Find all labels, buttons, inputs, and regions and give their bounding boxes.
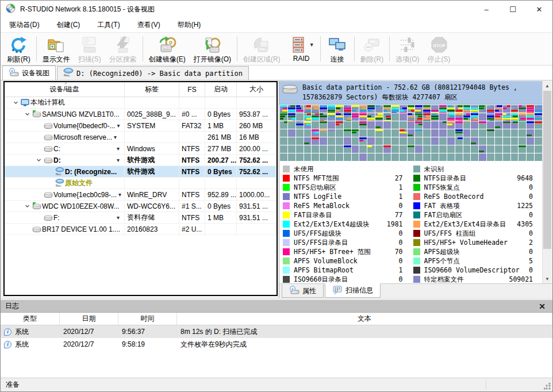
scroll-down-icon[interactable]: ▼ (543, 274, 552, 283)
refresh-button[interactable]: 刷新(R) (3, 34, 34, 65)
device-dropdown-icon[interactable]: ▾ (117, 145, 120, 152)
scan-map-cell (495, 129, 502, 137)
menu-item-3[interactable]: 查看(V) (129, 18, 169, 33)
legend-item-left-3: NTFS LogFile1 (283, 192, 411, 201)
log-column-header-1[interactable]: 日期 (60, 313, 118, 325)
device-label-cell: WD-WCC6Y6... (125, 201, 179, 212)
menu-item-0[interactable]: 驱动器(D) (1, 18, 48, 33)
scan-panel-scrollbar[interactable]: ▲ ▼ (542, 81, 552, 283)
scrollbar-thumb[interactable] (543, 91, 551, 249)
log-row-0[interactable]: i系统2020/12/79:56:378m 12s 的 D: 扫描已完成 (1, 325, 552, 338)
svg-text:Rec.: Rec. (56, 172, 62, 176)
device-dropdown-icon[interactable]: ▾ (114, 134, 117, 140)
menu-item-1[interactable]: 创建(C) (48, 18, 89, 33)
scan-map-cell (400, 105, 407, 113)
create-image-button[interactable]: 创建镜像(E) (145, 34, 190, 65)
log-column-header-2[interactable]: 时间 (118, 313, 177, 325)
device-tree-row-10[interactable]: F:▾资料存储NTFS1 MB931.51 ... (5, 212, 276, 224)
device-start-cell: 1 MB (205, 212, 237, 223)
dropdown-arrow-icon[interactable]: ▼ (309, 42, 314, 48)
log-type-cell: i系统 (1, 338, 60, 351)
device-name: 本地计算机 (30, 98, 65, 107)
device-dropdown-icon[interactable]: ▾ (117, 214, 120, 221)
log-column-header-3[interactable]: 文本 (177, 313, 552, 325)
scan-map-cell (344, 145, 351, 153)
scan-map-cell (328, 153, 335, 161)
scan-map-cell (367, 105, 375, 113)
scan-map-cell (336, 105, 343, 113)
expand-chevron-icon[interactable] (10, 100, 21, 105)
scan-panel-tab-0[interactable]: i属性 (282, 285, 324, 298)
scan-map-cell (391, 121, 399, 129)
device-column-header-4[interactable]: 大小 (237, 82, 276, 97)
device-size-cell: 260 MB (237, 120, 276, 131)
device-column-header-2[interactable]: FS (179, 82, 205, 97)
expand-chevron-icon[interactable] (22, 112, 32, 117)
raid-button[interactable]: ▼RAID (285, 34, 318, 65)
legend-swatch (413, 193, 420, 200)
log-close-icon[interactable]: ✕ (536, 302, 548, 311)
device-tree-row-8[interactable]: Volume{1ecb0c98-...▾WinRE_DRVNTFS952.89 … (5, 189, 276, 201)
legend-label: HFS/HFS+ VolumeHeader (424, 239, 508, 247)
partition-search-button: 分区搜索 (105, 34, 141, 65)
connect-button[interactable]: 连接 (322, 34, 352, 65)
status-text: 准备 (6, 380, 20, 390)
scan-map-cell (519, 129, 526, 137)
scan-map-cell (423, 129, 431, 137)
device-tree-row-4[interactable]: C:▾WindowsNTFS277 MB200.00 ... (5, 143, 276, 155)
device-tree-row-7[interactable]: Rec.原始文件 (5, 178, 276, 189)
expand-chevron-icon[interactable] (33, 157, 44, 163)
scan-panel-tab-1[interactable]: 扫描信息 (325, 283, 381, 298)
device-start-cell (205, 178, 237, 189)
legend-label: UFS/FFS 柱面组 (424, 229, 476, 238)
device-dropdown-icon[interactable]: ▾ (118, 191, 121, 198)
scan-map-cell (408, 153, 415, 161)
scan-map-cell (503, 105, 510, 113)
legend-item-left-1: NTFS MFT范围27 (283, 174, 411, 183)
device-column-header-1[interactable]: 标签 (125, 82, 179, 97)
device-start-cell: 0 Bytes (205, 201, 237, 212)
maximize-button[interactable]: ☐ (500, 1, 526, 18)
log-time-cell: 9:58:19 (118, 338, 177, 351)
scan-map-cell (527, 153, 534, 161)
device-name-cell: D:▾ (5, 155, 125, 166)
device-tree-row-1[interactable]: SAMSUNG MZVLB1T0...0025_388B_9...#0 ...0… (5, 109, 276, 120)
menu-item-4[interactable]: 帮助(H) (169, 18, 210, 33)
device-tree-row-3[interactable]: Microsoft reserve...▾261 MB16 MB (5, 132, 276, 143)
scan-map-cell (328, 105, 335, 113)
scan-map-cell (527, 129, 534, 137)
scroll-up-icon[interactable]: ▲ (543, 81, 552, 90)
device-tree-row-5[interactable]: D:▾软件游戏NTFS200.27 ...752.62 ... (5, 155, 276, 166)
scan-map-cell (408, 129, 415, 137)
device-dropdown-icon[interactable]: ▾ (117, 122, 120, 129)
log-column-header-0[interactable]: 类型 (1, 313, 60, 325)
device-tree-row-11[interactable]: BR17 DEVICE V1.00 1....20160823#2 U... (5, 224, 276, 235)
device-tree-row-9[interactable]: WDC WD10EZEX-08W...WD-WCC6Y6...#1 S...0 … (5, 201, 276, 212)
device-tree-row-6[interactable]: Rec.D: (Recognize...软件游戏NTFS0 Bytes752.6… (5, 166, 276, 178)
minimize-button[interactable]: – (473, 1, 500, 18)
scan-map-cell (288, 145, 295, 153)
legend-swatch (283, 166, 290, 172)
expand-chevron-icon[interactable] (22, 203, 32, 209)
resize-grip[interactable] (544, 383, 551, 390)
scan-map[interactable] (279, 105, 542, 161)
device-tree-row-0[interactable]: 本地计算机 (5, 97, 276, 109)
log-row-1[interactable]: i系统2020/12/79:58:19文件枚举在9秒内完成 (1, 338, 552, 351)
scan-map-cell (367, 113, 375, 121)
scan-map-cell (375, 113, 383, 121)
scan-map-cell (408, 113, 415, 121)
close-button[interactable]: ✕ (526, 1, 552, 18)
device-column-header-0[interactable]: 设备/磁盘˄ (5, 82, 125, 97)
scan-map-cell (503, 153, 510, 161)
menu-item-2[interactable]: 工具(T) (89, 18, 128, 33)
device-tree-row-2[interactable]: Volume{0bedecf0-...▾SYSTEMFAT321 MB260 M… (5, 120, 276, 132)
view-tab-1[interactable]: Rec.D: (Recognized0) -> Basic data parti… (57, 66, 249, 80)
open-image-button[interactable]: 打开镜像(O) (190, 34, 235, 65)
scan-map-cell (527, 105, 534, 113)
show-files-button[interactable]: 显示文件 (39, 34, 74, 65)
device-dropdown-icon[interactable]: ▾ (117, 157, 120, 163)
view-tab-0[interactable]: i设备视图 (2, 66, 56, 80)
scan-map-cell (304, 145, 312, 153)
device-name: Microsoft reserve... (53, 133, 112, 141)
device-column-header-3[interactable]: 启动 (205, 82, 237, 97)
